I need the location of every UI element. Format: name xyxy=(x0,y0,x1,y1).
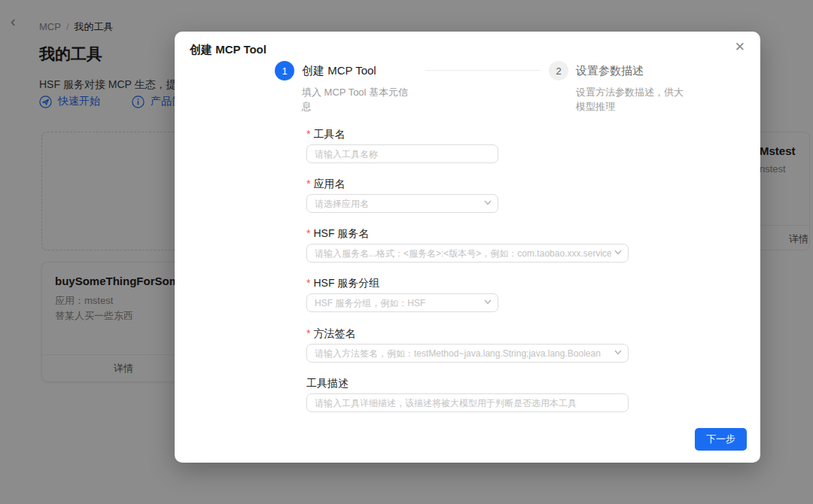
field-hsf-service-name: *HSF 服务名 xyxy=(306,227,629,263)
field-tool-name: *工具名 xyxy=(306,128,498,163)
field-label: *HSF 服务名 xyxy=(306,227,629,239)
step-1-indicator: 1 xyxy=(275,61,294,80)
create-mcp-tool-modal: 创建 MCP Tool ✕ 1 创建 MCP Tool 填入 MCP Tool … xyxy=(175,32,760,463)
step-2-description: 设置方法参数描述，供大模型推理 xyxy=(576,86,689,114)
field-app-name: *应用名 xyxy=(306,178,498,213)
app-name-select[interactable] xyxy=(306,194,498,213)
required-marker: * xyxy=(306,128,310,140)
required-marker: * xyxy=(306,227,310,239)
modal-title: 创建 MCP Tool xyxy=(190,43,266,57)
field-label: *工具名 xyxy=(306,128,498,140)
tool-description-input[interactable] xyxy=(306,393,629,412)
field-label: *方法签名 xyxy=(306,327,629,339)
field-label: 工具描述 xyxy=(306,377,629,389)
step-2-indicator: 2 xyxy=(549,61,568,80)
field-method-signature: *方法签名 xyxy=(306,327,629,363)
step-connector-line xyxy=(425,70,540,71)
field-tool-description: 工具描述 xyxy=(306,377,629,412)
field-hsf-service-group: *HSF 服务分组 xyxy=(306,277,498,312)
required-marker: * xyxy=(306,178,310,190)
field-label: *应用名 xyxy=(306,178,498,190)
next-step-button[interactable]: 下一步 xyxy=(695,428,747,451)
field-label: *HSF 服务分组 xyxy=(306,277,498,289)
step-1: 1 创建 MCP Tool 填入 MCP Tool 基本元信息 xyxy=(275,61,422,114)
step-2-title: 设置参数描述 xyxy=(576,64,644,78)
hsf-service-group-select[interactable] xyxy=(306,293,498,312)
app-window: ‹ MCP/我的工具 我的工具 HSF 服务对接 MCP 生态，提供 HSF 快… xyxy=(0,0,813,504)
close-icon[interactable]: ✕ xyxy=(735,41,745,53)
step-1-title: 创建 MCP Tool xyxy=(302,64,376,78)
method-signature-select[interactable] xyxy=(306,344,629,363)
hsf-service-name-select[interactable] xyxy=(306,244,629,263)
required-marker: * xyxy=(306,277,310,289)
tool-name-input[interactable] xyxy=(306,144,498,163)
required-marker: * xyxy=(306,327,310,339)
step-1-description: 填入 MCP Tool 基本元信息 xyxy=(302,86,415,114)
step-2: 2 设置参数描述 设置方法参数描述，供大模型推理 xyxy=(549,61,677,114)
